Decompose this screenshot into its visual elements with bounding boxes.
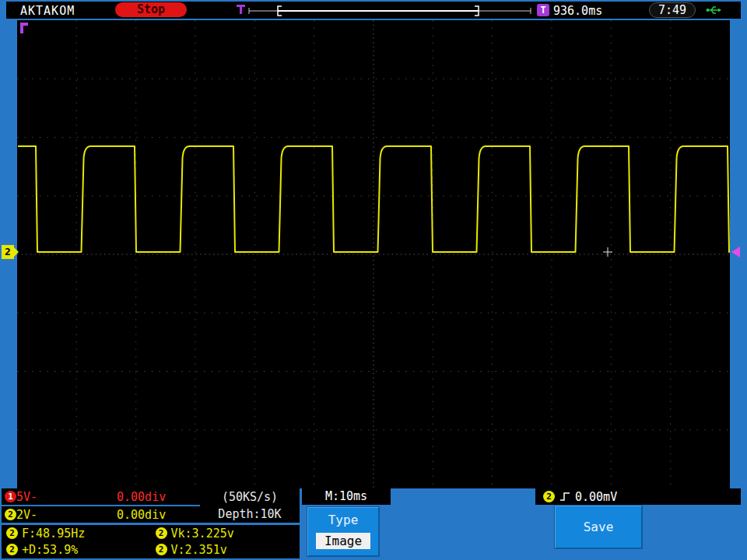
- measurement-duty: 2 +D:53.9%: [2, 543, 151, 557]
- trigger-level-value: 0.00mV: [575, 490, 617, 504]
- memory-depth: Depth:10K: [200, 506, 300, 523]
- type-label: Type: [307, 513, 379, 527]
- channel2-badge-icon: 2: [6, 527, 18, 539]
- trigger-marker-icon: [237, 5, 245, 14]
- clock: 7:49: [649, 2, 696, 18]
- sample-info-box: (50KS/s) Depth:10K: [200, 488, 300, 523]
- trigger-level-arrow-icon[interactable]: [731, 247, 740, 257]
- channel2-offset: 0.00div: [117, 508, 166, 522]
- timebase: M:10ms: [302, 488, 391, 505]
- brand-logo: AKTAKOM: [20, 4, 75, 18]
- acquisition-stop-button[interactable]: Stop: [115, 2, 187, 17]
- channel2-badge-icon: 2: [156, 527, 167, 539]
- channel2-status-row: 2 2V- 0.00div: [2, 506, 201, 523]
- trigger-source-badge-icon: 2: [543, 491, 555, 502]
- trigger-time-value: 936.0ms: [553, 4, 602, 18]
- scope-display: [17, 20, 730, 488]
- type-selected-option[interactable]: Image: [316, 533, 370, 549]
- type-menu-button[interactable]: Type Image: [307, 506, 380, 557]
- trigger-position-bar: [232, 2, 543, 19]
- usb-icon: [705, 4, 722, 16]
- waveform-plot: [17, 20, 730, 488]
- channel1-status-row: 1 5V- 0.00div: [2, 488, 201, 505]
- channel1-offset: 0.00div: [117, 490, 166, 504]
- measurements-box: 2 F:48.95Hz 2 Vk:3.225v 2 +D:53.9% 2 V:2…: [2, 525, 300, 558]
- channel2-position-marker[interactable]: 2: [2, 245, 14, 259]
- channel2-scale: 2V-: [16, 508, 37, 522]
- channel2-badge-icon: 2: [156, 544, 167, 555]
- trigger-time-icon: T: [537, 4, 549, 16]
- channel2-badge-icon: 2: [5, 509, 16, 520]
- measurement-vamp: 2 Vk:3.225v: [151, 527, 300, 541]
- rising-edge-icon: [559, 491, 570, 502]
- channel1-badge-icon: 1: [5, 491, 16, 502]
- channel1-scale: 5V-: [16, 490, 37, 504]
- save-button[interactable]: Save: [554, 505, 643, 549]
- top-bar: AKTAKOM Stop T 936.0ms 7:49: [6, 2, 741, 19]
- trigger-info-box: 2 0.00mV: [535, 488, 741, 505]
- channel2-badge-icon: 2: [6, 544, 18, 555]
- channel2-marker-arrow-icon: [14, 247, 19, 257]
- measurement-frequency: 2 F:48.95Hz: [2, 527, 151, 541]
- sample-rate: (50KS/s): [200, 488, 300, 506]
- measurement-vmean: 2 V:2.351v: [151, 543, 300, 557]
